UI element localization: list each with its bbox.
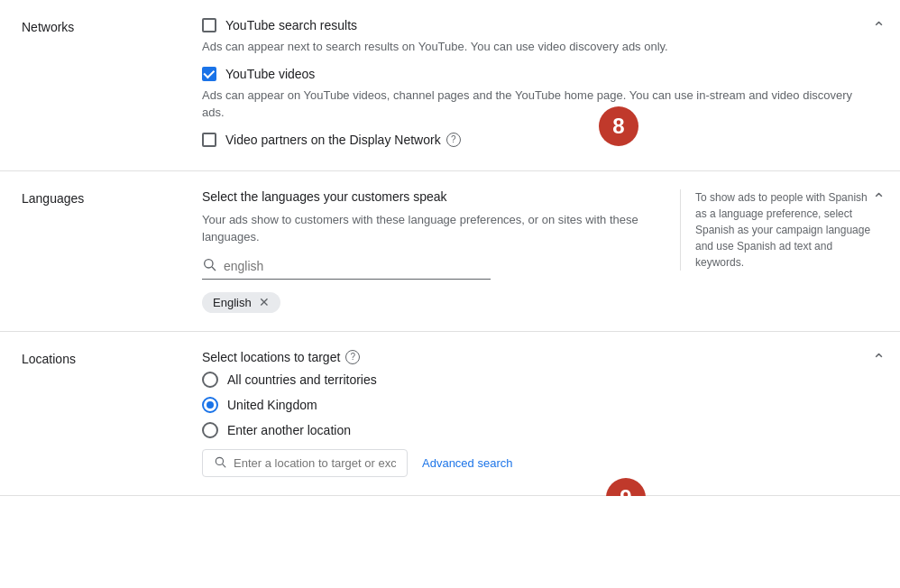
radio-another-location-input[interactable]: [202, 422, 218, 438]
radio-another-location: Enter another location: [202, 422, 864, 438]
language-search-input[interactable]: [224, 259, 491, 273]
radio-united-kingdom-label: United Kingdom: [227, 398, 317, 412]
locations-title-row: Select locations to target ?: [202, 350, 864, 364]
radio-another-location-label: Enter another location: [227, 423, 351, 437]
networks-content: YouTube search results Ads can appear ne…: [202, 18, 878, 152]
video-partners-row: Video partners on the Display Network ?: [202, 133, 864, 147]
radio-all-countries-input[interactable]: [202, 372, 218, 388]
youtube-search-checkbox[interactable]: [202, 18, 216, 32]
svg-line-3: [223, 464, 225, 466]
locations-radio-group: All countries and territories United Kin…: [202, 372, 864, 438]
location-search-input[interactable]: [234, 456, 396, 470]
english-tag-label: English: [213, 296, 252, 309]
youtube-videos-row: YouTube videos: [202, 67, 864, 81]
languages-description: Your ads show to customers with these la…: [202, 211, 666, 246]
languages-section: Languages Select the languages your cust…: [0, 171, 900, 332]
english-tag-close[interactable]: ✕: [259, 296, 270, 308]
youtube-search-block: YouTube search results Ads can appear ne…: [202, 18, 864, 56]
locations-label: Locations: [22, 350, 202, 366]
svg-point-2: [216, 457, 223, 464]
youtube-search-label: YouTube search results: [225, 18, 357, 32]
locations-title: Select locations to target: [202, 350, 340, 364]
svg-point-0: [205, 259, 213, 267]
language-search-wrapper: [202, 257, 491, 280]
location-search-row: Advanced search: [202, 449, 864, 477]
youtube-search-checkbox-label[interactable]: YouTube search results: [202, 18, 357, 32]
advanced-search-link[interactable]: Advanced search: [422, 456, 512, 470]
language-search-icon: [202, 257, 216, 275]
youtube-search-row: YouTube search results: [202, 18, 864, 32]
locations-help-icon[interactable]: ?: [345, 350, 360, 364]
radio-all-countries-label: All countries and territories: [227, 372, 377, 387]
networks-label: Networks: [22, 18, 202, 152]
languages-title: Select the languages your customers spea…: [202, 189, 666, 204]
locations-section: Locations Select locations to target ? A…: [0, 332, 900, 496]
video-partners-help-icon[interactable]: ?: [446, 133, 461, 147]
video-partners-label: Video partners on the Display Network: [225, 133, 441, 147]
languages-collapse-icon[interactable]: ⌃: [872, 189, 886, 209]
radio-united-kingdom-input[interactable]: [202, 397, 218, 413]
languages-content: Select the languages your customers spea…: [202, 189, 680, 313]
location-search-wrapper: [202, 449, 408, 477]
video-partners-checkbox[interactable]: [202, 133, 216, 147]
networks-section: Networks YouTube search results Ads can …: [0, 0, 900, 171]
locations-collapse-icon[interactable]: ⌃: [872, 350, 886, 370]
location-search-icon: [214, 455, 226, 471]
radio-all-countries: All countries and territories: [202, 372, 864, 388]
youtube-videos-description: Ads can appear on YouTube videos, channe…: [202, 87, 864, 122]
youtube-videos-block: YouTube videos Ads can appear on YouTube…: [202, 67, 864, 122]
youtube-videos-label: YouTube videos: [225, 67, 315, 81]
language-tags: English ✕: [202, 292, 666, 313]
locations-content: Select locations to target ? All countri…: [202, 350, 878, 477]
video-partners-checkbox-label[interactable]: Video partners on the Display Network: [202, 133, 441, 147]
youtube-videos-checkbox[interactable]: [202, 67, 216, 81]
languages-hint: To show ads to people with Spanish as a …: [680, 189, 878, 271]
radio-united-kingdom: United Kingdom: [202, 397, 864, 413]
youtube-videos-checkbox-label[interactable]: YouTube videos: [202, 67, 315, 81]
networks-collapse-icon[interactable]: ⌃: [872, 18, 886, 38]
english-tag: English ✕: [202, 292, 280, 313]
languages-label: Languages: [22, 189, 202, 206]
youtube-search-description: Ads can appear next to search results on…: [202, 38, 864, 56]
svg-line-1: [212, 267, 215, 270]
